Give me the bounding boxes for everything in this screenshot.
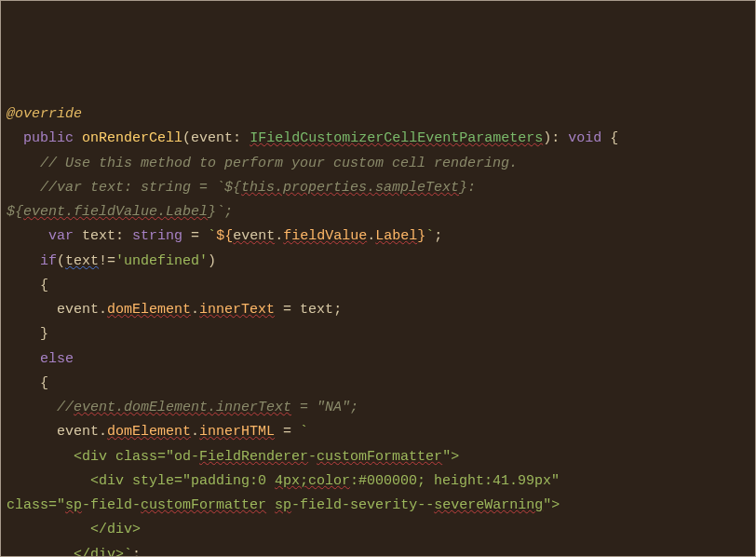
type-string: string (132, 228, 182, 244)
string-literal: 'undefined' (115, 253, 208, 269)
keyword-else: else (40, 351, 74, 367)
type-annotation: IFieldCustomizerCellEventParameters (250, 130, 543, 146)
comment-line: // Use this method to perform your custo… (40, 156, 518, 171)
return-type: void (568, 130, 601, 146)
keyword-var: var (48, 228, 74, 244)
comment-line: // (57, 400, 74, 415)
keyword-public: public (23, 130, 74, 146)
keyword-if: if (40, 253, 57, 269)
comment-line: //var text: string = `${ (40, 180, 241, 196)
var-name: text (82, 228, 115, 244)
code-block: @override public onRenderCell(event: IFi… (7, 102, 749, 557)
param-name: event (191, 130, 233, 146)
method-name: onRenderCell (82, 130, 182, 146)
decorator: @override (7, 106, 82, 122)
template-html: <div class="od- (7, 449, 199, 465)
